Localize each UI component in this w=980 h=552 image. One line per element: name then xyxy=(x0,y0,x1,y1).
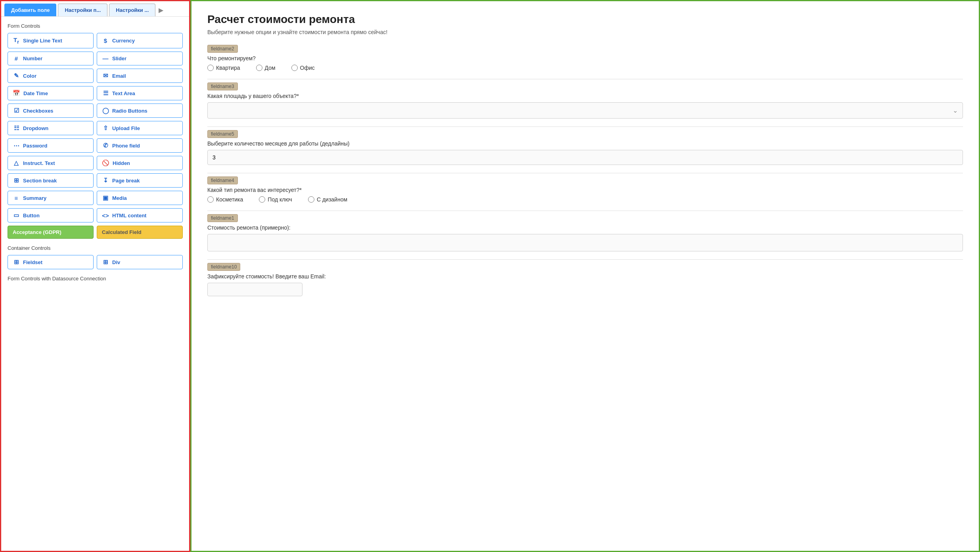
phone-field-icon: ✆ xyxy=(102,142,109,149)
date-time-icon: 📅 xyxy=(13,90,20,97)
radio-label-kosmetika: Косметика xyxy=(216,196,243,203)
ctrl-summary[interactable]: ≡ Summary xyxy=(8,191,94,205)
color-icon: ✎ xyxy=(13,72,20,79)
ctrl-checkboxes[interactable]: ☑ Checkboxes xyxy=(8,104,94,118)
tab-bar: Добавить поле Настройки п... Настройки .… xyxy=(1,1,189,17)
field-block-fieldname5: fieldname5 Выберите количество месяцев д… xyxy=(207,130,963,165)
tab-add-field[interactable]: Добавить поле xyxy=(4,4,56,16)
divider-2 xyxy=(207,126,963,127)
container-controls-label: Container Controls xyxy=(8,245,183,251)
field-badge-fieldname3: fieldname3 xyxy=(207,82,238,90)
ctrl-password[interactable]: ⋯ Password xyxy=(8,138,94,153)
html-content-icon: <> xyxy=(102,212,109,219)
ctrl-text-area[interactable]: ☰ Text Area xyxy=(97,86,183,100)
ctrl-acceptance-gdpr[interactable]: Acceptance (GDPR) xyxy=(8,226,94,239)
ctrl-media-label: Media xyxy=(112,195,127,201)
ctrl-hidden-label: Hidden xyxy=(113,160,130,166)
slider-icon: — xyxy=(102,55,109,62)
field-label-fieldname10: Зафиксируйте стоимость! Введите ваш Emai… xyxy=(207,273,963,280)
ctrl-section-break-label: Section break xyxy=(23,178,57,184)
radio-group-fieldname4: Косметика Под ключ С дизайном xyxy=(207,196,963,203)
email-input-fieldname10[interactable] xyxy=(207,283,302,296)
radio-option-ofis[interactable]: Офис xyxy=(291,65,315,71)
ctrl-upload-file[interactable]: ⇧ Upload File xyxy=(97,121,183,135)
ctrl-single-line-text[interactable]: Tr Single Line Text xyxy=(8,33,94,48)
section-break-icon: ⊞ xyxy=(13,177,20,184)
currency-icon: $ xyxy=(102,37,109,44)
ctrl-fieldset[interactable]: ⊞ Fieldset xyxy=(8,255,94,269)
radio-group-fieldname2: Квартира Дом Офис xyxy=(207,65,963,71)
radio-option-s-dizajnom[interactable]: С дизайном xyxy=(308,196,347,203)
ctrl-html-content[interactable]: <> HTML content xyxy=(97,208,183,222)
ctrl-number-label: Number xyxy=(23,56,42,61)
radio-input-kvartira[interactable] xyxy=(207,65,214,71)
ctrl-dropdown[interactable]: ☷ Dropdown xyxy=(8,121,94,135)
ctrl-div-label: Div xyxy=(112,259,120,265)
radio-input-s-dizajnom[interactable] xyxy=(308,196,314,203)
field-block-fieldname3: fieldname3 Какая площадь у вашего объект… xyxy=(207,82,963,119)
media-icon: ▣ xyxy=(102,194,109,201)
ctrl-media[interactable]: ▣ Media xyxy=(97,191,183,205)
radio-input-dom[interactable] xyxy=(256,65,262,71)
datasource-label: Form Controls with Datasource Connection xyxy=(8,276,183,282)
radio-option-kvartira[interactable]: Квартира xyxy=(207,65,240,71)
radio-label-pod-kluch: Под ключ xyxy=(268,196,292,203)
ctrl-email[interactable]: ✉ Email xyxy=(97,69,183,83)
field-badge-fieldname4: fieldname4 xyxy=(207,176,238,184)
ctrl-slider[interactable]: — Slider xyxy=(97,52,183,65)
text-area-icon: ☰ xyxy=(102,90,109,97)
ctrl-calculated-field-label: Calculated Field xyxy=(102,229,142,235)
ctrl-phone-field-label: Phone field xyxy=(112,143,140,149)
ctrl-date-time-label: Date Time xyxy=(23,90,48,96)
divider-3 xyxy=(207,173,963,173)
ctrl-html-content-label: HTML content xyxy=(112,213,146,218)
ctrl-div[interactable]: ⊞ Div xyxy=(97,255,183,269)
ctrl-password-label: Password xyxy=(23,143,47,149)
dropdown-fieldname3[interactable]: ⌄ xyxy=(207,102,963,119)
ctrl-button-label: Button xyxy=(23,213,40,218)
ctrl-page-break[interactable]: ↧ Page break xyxy=(97,173,183,188)
ctrl-color[interactable]: ✎ Color xyxy=(8,69,94,83)
ctrl-number[interactable]: # Number xyxy=(8,52,94,65)
radio-input-pod-kluch[interactable] xyxy=(259,196,265,203)
radio-option-dom[interactable]: Дом xyxy=(256,65,276,71)
ctrl-hidden[interactable]: 🚫 Hidden xyxy=(97,156,183,170)
ctrl-upload-file-label: Upload File xyxy=(112,125,140,131)
ctrl-radio-buttons[interactable]: ◯ Radio Buttons xyxy=(97,104,183,118)
radio-option-kosmetika[interactable]: Косметика xyxy=(207,196,243,203)
ctrl-currency-label: Currency xyxy=(112,38,135,44)
ctrl-acceptance-gdpr-label: Acceptance (GDPR) xyxy=(13,229,61,235)
ctrl-date-time[interactable]: 📅 Date Time xyxy=(8,86,94,100)
field-label-fieldname5: Выберите количество месяцев для работы (… xyxy=(207,140,963,147)
radio-input-ofis[interactable] xyxy=(291,65,298,71)
number-input-fieldname5[interactable]: 3 xyxy=(207,150,963,165)
cost-display-fieldname1 xyxy=(207,234,963,251)
radio-input-kosmetika[interactable] xyxy=(207,196,214,203)
radio-buttons-icon: ◯ xyxy=(102,107,109,114)
field-label-fieldname3: Какая площадь у вашего объекта?* xyxy=(207,93,963,99)
ctrl-instruct-text[interactable]: △ Instruct. Text xyxy=(8,156,94,170)
container-controls-grid: ⊞ Fieldset ⊞ Div xyxy=(8,255,183,269)
tab-field-settings[interactable]: Настройки п... xyxy=(58,4,107,16)
field-label-fieldname2: Что ремонтируем? xyxy=(207,55,963,61)
ctrl-phone-field[interactable]: ✆ Phone field xyxy=(97,138,183,153)
field-badge-fieldname2: fieldname2 xyxy=(207,45,238,53)
email-icon: ✉ xyxy=(102,72,109,79)
field-badge-fieldname1: fieldname1 xyxy=(207,214,238,222)
ctrl-calculated-field[interactable]: Calculated Field xyxy=(97,226,183,239)
password-icon: ⋯ xyxy=(13,142,20,149)
ctrl-section-break[interactable]: ⊞ Section break xyxy=(8,173,94,188)
ctrl-currency[interactable]: $ Currency xyxy=(97,33,183,48)
ctrl-single-line-text-label: Single Line Text xyxy=(23,38,62,44)
tab-arrow-icon[interactable]: ▶ xyxy=(159,6,163,14)
field-badge-fieldname5: fieldname5 xyxy=(207,130,238,138)
ctrl-text-area-label: Text Area xyxy=(112,90,135,96)
tab-form-settings[interactable]: Настройки ... xyxy=(109,4,155,16)
page-break-icon: ↧ xyxy=(102,177,109,184)
field-badge-fieldname10: fieldname10 xyxy=(207,263,240,271)
panel-content: Form Controls Tr Single Line Text $ Curr… xyxy=(1,17,189,551)
ctrl-button[interactable]: ▭ Button xyxy=(8,208,94,222)
summary-icon: ≡ xyxy=(13,195,20,201)
radio-option-pod-kluch[interactable]: Под ключ xyxy=(259,196,292,203)
radio-label-kvartira: Квартира xyxy=(216,65,240,71)
